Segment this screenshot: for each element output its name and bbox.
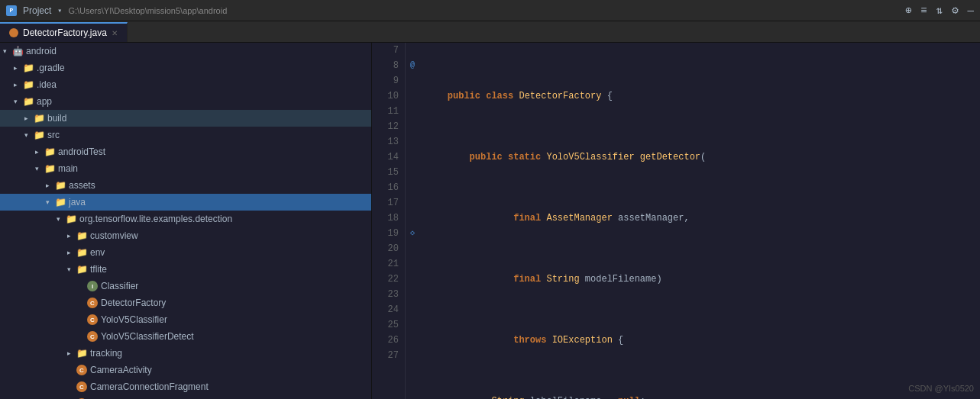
tab-close-icon[interactable]: ✕ <box>112 29 118 37</box>
sidebar-item-yolov5classifierdetect[interactable]: C YoloV5ClassifierDetect <box>0 328 371 345</box>
sidebar-item-assets[interactable]: 📁 assets <box>0 177 371 194</box>
sidebar-item-tflite[interactable]: 📁 tflite <box>0 261 371 278</box>
sidebar-label-androidtest: androidTest <box>58 146 105 157</box>
sidebar-label-customview: customview <box>90 230 138 241</box>
folder-icon-idea: 📁 <box>23 79 34 90</box>
toolbar-icon-2[interactable]: ≡ <box>920 5 927 17</box>
folder-icon-gradle: 📁 <box>23 63 34 73</box>
java-class-icon-yolov5classifier: C <box>87 314 98 325</box>
tab-detectorfactory[interactable]: DetectorFactory.java ✕ <box>0 22 128 42</box>
folder-icon-java: 📁 <box>55 197 66 208</box>
toolbar-icons: ⊕ ≡ ⇅ ⚙ — <box>905 4 974 17</box>
sidebar-label-tracking: tracking <box>90 348 122 359</box>
sidebar-item-android[interactable]: 🤖 android <box>0 43 371 60</box>
tab-java-icon <box>9 28 18 37</box>
java-class-icon-detectorfactory: C <box>87 298 98 308</box>
sidebar-item-idea[interactable]: 📁 .idea <box>0 76 371 93</box>
sidebar-label-yolov5classifier: YoloV5Classifier <box>101 314 167 325</box>
sidebar-label-yolov5classifierdetect: YoloV5ClassifierDetect <box>101 331 194 342</box>
java-class-icon-yolov5classifierdetect: C <box>87 331 98 342</box>
code-line-11: throws IOException { <box>425 333 980 348</box>
java-class-icon-cameraactivity: C <box>76 365 87 375</box>
arrow-customview <box>67 232 76 240</box>
android-icon: 🤖 <box>12 46 23 56</box>
folder-icon-src: 📁 <box>34 130 44 140</box>
toolbar-icon-settings[interactable]: ⚙ <box>952 4 958 17</box>
sidebar-item-org[interactable]: 📁 org.tensorflow.lite.examples.detection <box>0 211 371 227</box>
folder-icon-tflite: 📁 <box>76 264 87 275</box>
sidebar-item-classifier[interactable]: I Classifier <box>0 278 371 294</box>
sidebar-label-env: env <box>90 247 105 258</box>
code-line-10: final String modelFilename) <box>425 272 980 287</box>
sidebar-item-customview[interactable]: 📁 customview <box>0 227 371 244</box>
arrow-tflite <box>67 265 76 273</box>
arrow-main <box>35 165 44 172</box>
sidebar-label-assets: assets <box>69 180 95 191</box>
arrow-idea <box>14 81 23 88</box>
folder-icon-env: 📁 <box>76 247 87 258</box>
sidebar-label-idea: .idea <box>37 79 57 90</box>
arrow-androidtest <box>35 148 44 156</box>
tab-bar: DetectorFactory.java ✕ <box>0 21 980 43</box>
toolbar-icon-3[interactable]: ⇅ <box>936 4 943 17</box>
code-editor[interactable]: 7 8 9 10 11 12 13 14 15 16 17 18 19 20 2… <box>372 43 980 399</box>
java-interface-icon-classifier: I <box>87 281 98 291</box>
sidebar-item-androidtest[interactable]: 📁 androidTest <box>0 143 371 160</box>
toolbar-icon-1[interactable]: ⊕ <box>905 4 911 17</box>
project-path: G:\Users\YI\Desktop\mission5\app\android <box>68 6 227 15</box>
arrow-tracking <box>67 349 76 357</box>
watermark: CSDN @YIs0520 <box>908 381 974 396</box>
arrow-org <box>57 215 66 223</box>
java-class-icon-cameraconnectionfragment: C <box>76 381 87 392</box>
folder-icon-app: 📁 <box>23 96 34 107</box>
arrow-assets <box>46 182 55 189</box>
sidebar-item-tracking[interactable]: 📁 tracking <box>0 345 371 362</box>
code-line-7: public class DetectorFactory { <box>425 88 980 104</box>
sidebar-item-cameraconnectionfragment[interactable]: C CameraConnectionFragment <box>0 378 371 395</box>
sidebar-label-detectorfactory: DetectorFactory <box>101 298 166 308</box>
toolbar-icon-minimize[interactable]: — <box>968 5 974 17</box>
folder-icon-assets: 📁 <box>55 180 66 191</box>
arrow-env <box>67 249 76 256</box>
project-label: Project <box>23 5 51 16</box>
arrow-app <box>14 98 23 105</box>
project-sidebar: 🤖 android 📁 .gradle 📁 .idea 📁 app 📁 buil… <box>0 43 372 399</box>
folder-icon-org: 📁 <box>66 214 76 224</box>
sidebar-item-gradle[interactable]: 📁 .gradle <box>0 60 371 76</box>
sidebar-label-classifier: Classifier <box>101 281 138 291</box>
folder-icon-customview: 📁 <box>76 230 87 241</box>
sidebar-label-android: android <box>26 46 57 56</box>
sidebar-label-org: org.tensorflow.lite.examples.detection <box>79 214 232 224</box>
folder-icon-androidtest: 📁 <box>44 146 55 157</box>
code-line-8: public static YoloV5Classifier getDetect… <box>425 150 980 165</box>
sidebar-label-app: app <box>37 96 52 107</box>
arrow-src <box>24 131 34 139</box>
code-area: 7 8 9 10 11 12 13 14 15 16 17 18 19 20 2… <box>372 43 980 399</box>
sidebar-item-java[interactable]: 📁 java <box>0 194 371 211</box>
sidebar-item-detectoractivity[interactable]: C DetectorActivity <box>0 395 371 399</box>
sidebar-label-src: src <box>47 130 60 140</box>
gutter: @ ◇ <box>406 43 419 399</box>
sidebar-item-app[interactable]: 📁 app <box>0 93 371 110</box>
sidebar-item-main[interactable]: 📁 main <box>0 160 371 177</box>
sidebar-label-java: java <box>69 197 86 208</box>
title-bar: P Project ▾ G:\Users\YI\Desktop\mission5… <box>0 0 980 21</box>
sidebar-item-yolov5classifier[interactable]: C YoloV5Classifier <box>0 311 371 328</box>
tab-label: DetectorFactory.java <box>23 27 107 38</box>
sidebar-label-tflite: tflite <box>90 264 107 275</box>
code-line-9: final AssetManager assetManager, <box>425 211 980 226</box>
code-lines: public class DetectorFactory { public st… <box>419 43 980 399</box>
arrow-gradle <box>14 64 23 72</box>
sidebar-item-detectorfactory[interactable]: C DetectorFactory <box>0 294 371 311</box>
sidebar-item-cameraactivity[interactable]: C CameraActivity <box>0 362 371 378</box>
main-content: 🤖 android 📁 .gradle 📁 .idea 📁 app 📁 buil… <box>0 43 980 399</box>
project-dropdown[interactable]: ▾ <box>57 6 62 15</box>
sidebar-item-src[interactable]: 📁 src <box>0 127 371 143</box>
code-line-12: String labelFilename = null; <box>425 394 980 399</box>
sidebar-item-env[interactable]: 📁 env <box>0 244 371 261</box>
sidebar-item-build[interactable]: 📁 build <box>0 110 371 127</box>
sidebar-label-cameraconnectionfragment: CameraConnectionFragment <box>90 381 209 392</box>
arrow-build <box>24 114 34 122</box>
folder-icon-main: 📁 <box>44 163 55 174</box>
sidebar-label-main: main <box>58 163 78 174</box>
